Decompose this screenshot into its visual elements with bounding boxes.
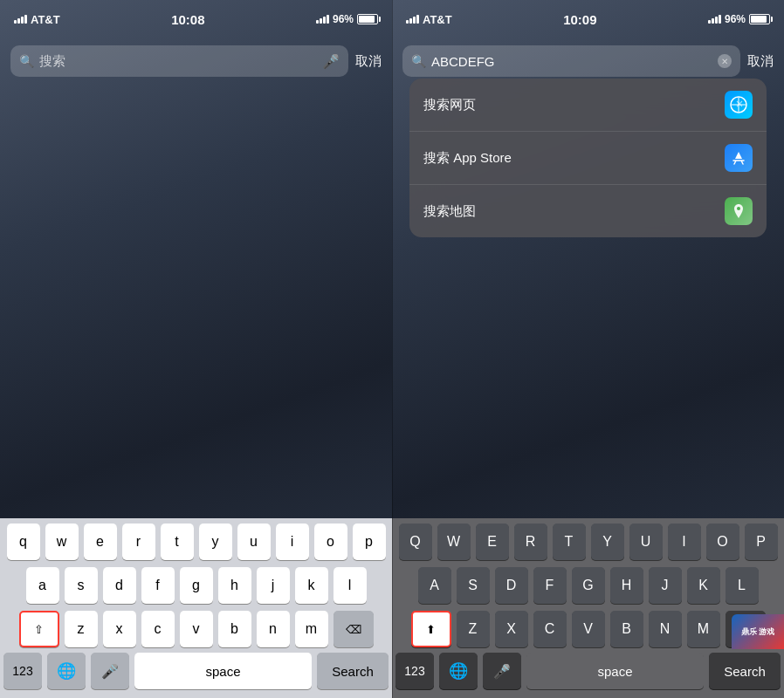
key-j[interactable]: j [257,567,290,604]
key-n[interactable]: n [257,611,290,647]
key-X[interactable]: X [495,611,528,647]
key-p[interactable]: p [353,524,386,560]
right-battery-area: 96% [708,13,770,25]
key-D[interactable]: D [495,567,528,604]
left-search-bar[interactable]: 🔍 搜索 🎤 [10,45,348,77]
wifi-icon [316,15,329,24]
right-battery-pct: 96% [725,13,746,25]
left-key-globe[interactable]: 🌐 [47,653,86,689]
key-a[interactable]: a [26,567,59,604]
key-o[interactable]: o [314,524,347,560]
suggestion-web[interactable]: 搜索网页 [409,79,767,132]
right-keyboard-row2: A S D F G H J K L [392,562,784,606]
right-search-container: 🔍 ABCDEFG ✕ 取消 [392,38,784,84]
right-keyboard-row3: ⬆ Z X C V B N M ⌫ [392,606,784,649]
key-Z[interactable]: Z [457,611,490,647]
key-O[interactable]: O [706,524,739,560]
key-V[interactable]: V [572,611,605,647]
watermark-text: 鼎乐 游戏 [741,626,775,638]
left-time: 10:08 [171,12,204,27]
right-status-bar: AT&T 10:09 96% [392,0,784,38]
suggestions-panel: 搜索网页 搜索 App Store 搜索地图 [409,79,767,237]
key-U[interactable]: U [629,524,663,560]
right-key-search[interactable]: Search [709,653,781,689]
key-L[interactable]: L [726,567,759,604]
left-delete-key[interactable]: ⌫ [334,611,374,647]
key-B[interactable]: B [610,611,643,647]
left-keyboard: q w e r t y u i o p a s d f g h j k l ⇧ … [0,518,392,698]
left-bottom-row: 123 🌐 🎤 space Search [0,649,392,698]
key-b[interactable]: b [218,611,251,647]
left-keyboard-row2: a s d f g h j k l [0,562,392,606]
right-bottom-row: 123 🌐 🎤 space Search [392,649,784,698]
key-R[interactable]: R [514,524,547,560]
key-y[interactable]: y [199,524,232,560]
left-carrier: AT&T [14,13,60,26]
key-C[interactable]: C [533,611,567,647]
safari-icon [725,91,753,119]
right-key-globe[interactable]: 🌐 [439,653,478,689]
key-h[interactable]: h [218,567,251,604]
battery-fill [359,16,375,23]
left-key-123[interactable]: 123 [3,653,42,689]
suggestion-maps[interactable]: 搜索地图 [409,185,767,237]
key-s[interactable]: s [65,567,98,604]
key-A[interactable]: A [418,567,451,604]
key-q[interactable]: q [7,524,40,560]
right-key-mic[interactable]: 🎤 [483,653,521,689]
key-P[interactable]: P [745,524,778,560]
key-z[interactable]: z [65,611,98,647]
key-r[interactable]: r [122,524,155,560]
key-H[interactable]: H [610,567,643,604]
key-K[interactable]: K [687,567,720,604]
left-key-mic[interactable]: 🎤 [91,653,129,689]
battery-pct: 96% [333,13,354,25]
left-shift-key[interactable]: ⇧ [19,611,59,647]
key-G[interactable]: G [572,567,605,604]
right-battery-fill [751,16,767,23]
key-t[interactable]: t [161,524,194,560]
key-T[interactable]: T [553,524,586,560]
key-Q[interactable]: Q [399,524,432,560]
right-shift-key[interactable]: ⬆ [411,611,451,647]
key-W[interactable]: W [437,524,471,560]
key-e[interactable]: e [84,524,117,560]
mic-icon[interactable]: 🎤 [322,53,340,70]
carrier-text: AT&T [31,13,60,26]
key-F[interactable]: F [533,567,567,604]
right-cancel-button[interactable]: 取消 [747,53,774,70]
key-x[interactable]: x [103,611,136,647]
left-keyboard-row1: q w e r t y u i o p [0,518,392,562]
key-l[interactable]: l [334,567,367,604]
clear-button[interactable]: ✕ [718,54,732,68]
key-i[interactable]: i [276,524,309,560]
suggestion-appstore[interactable]: 搜索 App Store [409,132,767,185]
left-phone: AT&T 10:08 96% 🔍 搜索 🎤 取消 q [0,0,392,698]
right-search-bar[interactable]: 🔍 ABCDEFG ✕ [402,45,740,77]
key-S[interactable]: S [457,567,490,604]
key-m[interactable]: m [295,611,328,647]
right-key-space[interactable]: space [526,653,704,689]
key-f[interactable]: f [141,567,175,604]
right-search-value[interactable]: ABCDEFG [431,54,495,69]
key-v[interactable]: v [180,611,213,647]
svg-point-4 [737,207,740,210]
key-k[interactable]: k [295,567,328,604]
key-d[interactable]: d [103,567,136,604]
left-cancel-button[interactable]: 取消 [355,53,382,70]
key-I[interactable]: I [668,524,701,560]
suggestion-maps-text: 搜索地图 [423,203,714,220]
key-u[interactable]: u [237,524,271,560]
key-M[interactable]: M [687,611,720,647]
key-J[interactable]: J [649,567,682,604]
right-key-123[interactable]: 123 [395,653,434,689]
key-E[interactable]: E [476,524,509,560]
left-key-search[interactable]: Search [317,653,389,689]
key-Y[interactable]: Y [591,524,624,560]
left-key-space[interactable]: space [134,653,312,689]
key-N[interactable]: N [649,611,682,647]
key-c[interactable]: c [141,611,175,647]
key-w[interactable]: w [45,524,79,560]
key-g[interactable]: g [180,567,213,604]
left-battery-area: 96% [316,13,378,25]
